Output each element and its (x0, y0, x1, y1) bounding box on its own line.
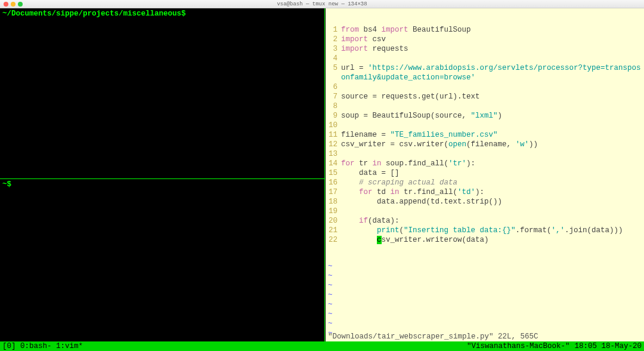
line-number: 19 (326, 207, 341, 216)
code-content[interactable] (341, 101, 644, 111)
line-number: 5 (326, 63, 341, 82)
line-number: 13 (326, 149, 341, 159)
code-line[interactable]: 11filename = "TE_families_number.csv" (326, 130, 644, 140)
line-number: 9 (326, 111, 341, 121)
code-line[interactable]: 6 (326, 82, 644, 92)
editor-code[interactable]: 1from bs4 import BeautifulSoup2import cs… (326, 25, 644, 245)
code-line[interactable]: 19 (326, 207, 644, 216)
code-line[interactable]: 17 for td in tr.find_all('td'): (326, 187, 644, 197)
code-content[interactable]: import requests (341, 44, 644, 54)
code-content[interactable]: source = requests.get(url).text (341, 92, 644, 101)
code-content[interactable]: import csv (341, 35, 644, 44)
line-number: 8 (326, 101, 341, 111)
code-content[interactable]: filename = "TE_families_number.csv" (341, 130, 644, 140)
tmux-left-pane[interactable]: ~/Documents/sippe/projects/miscellaneous… (0, 8, 325, 341)
code-content[interactable]: for tr in soup.find_all('tr'): (341, 159, 644, 168)
vim-tilde: ~ (326, 271, 644, 281)
code-content[interactable] (341, 82, 644, 92)
code-line[interactable]: 9soup = BeautifulSoup(source, "lxml") (326, 111, 644, 121)
code-line[interactable]: 1from bs4 import BeautifulSoup (326, 25, 644, 35)
tmux-hostname: "Viswanathans-MacBook-" (467, 342, 570, 350)
code-line[interactable]: 21 print("Inserting table data:{}".forma… (326, 226, 644, 235)
line-number: 16 (326, 178, 341, 187)
tmux-datetime: 18:05 18-May-20 (574, 342, 642, 350)
mac-titlebar: vsa@bash — tmux new — 134×38 (0, 0, 644, 8)
vim-tilde: ~ (326, 319, 644, 328)
code-line[interactable]: 10 (326, 121, 644, 130)
line-number: 2 (326, 35, 341, 44)
line-number: 3 (326, 44, 341, 54)
line-number: 22 (326, 235, 341, 245)
code-line[interactable]: 5url = 'https://www.arabidopsis.org/serv… (326, 63, 644, 82)
line-number: 15 (326, 168, 341, 178)
code-content[interactable]: for td in tr.find_all('td'): (341, 187, 644, 197)
code-content[interactable] (341, 149, 644, 159)
line-number: 6 (326, 82, 341, 92)
code-content[interactable]: # scraping actual data (341, 178, 644, 187)
tmux-pane-bottom[interactable]: ~$ (0, 179, 324, 190)
shell-prompt-bottom: ~$ (2, 180, 11, 189)
line-number: 21 (326, 226, 341, 235)
code-content[interactable]: from bs4 import BeautifulSoup (341, 25, 644, 35)
tmux-windows[interactable]: [0] 0:bash- 1:vim* (2, 342, 83, 350)
code-content[interactable]: csv_writer.writerow(data) (341, 235, 644, 245)
code-line[interactable]: 18 data.append(td.text.strip()) (326, 197, 644, 207)
code-content[interactable]: if(data): (341, 216, 644, 226)
code-content[interactable]: data.append(td.text.strip()) (341, 197, 644, 207)
code-content[interactable]: soup = BeautifulSoup(source, "lxml") (341, 111, 644, 121)
code-line[interactable]: 2import csv (326, 35, 644, 44)
vim-tilde: ~ (326, 261, 644, 271)
code-line[interactable]: 20 if(data): (326, 216, 644, 226)
line-number: 7 (326, 92, 341, 101)
code-line[interactable]: 15 data = [] (326, 168, 644, 178)
window-title: vsa@bash — tmux new — 134×38 (0, 1, 644, 7)
terminal-area: ~/Documents/sippe/projects/miscellaneous… (0, 8, 644, 341)
code-content[interactable] (341, 207, 644, 216)
line-number: 12 (326, 140, 341, 149)
line-number: 14 (326, 159, 341, 168)
code-line[interactable]: 14for tr in soup.find_all('tr'): (326, 159, 644, 168)
code-content[interactable] (341, 121, 644, 130)
code-line[interactable]: 13 (326, 149, 644, 159)
vim-tilde: ~ (326, 309, 644, 319)
line-number: 20 (326, 216, 341, 226)
line-number: 18 (326, 197, 341, 207)
code-line[interactable]: 16 # scraping actual data (326, 178, 644, 187)
vim-status-line: "Downloads/tair_webscraper_simple.py" 22… (326, 332, 644, 341)
line-number: 1 (326, 25, 341, 35)
tmux-right-pane[interactable]: 1from bs4 import BeautifulSoup2import cs… (326, 8, 644, 341)
code-line[interactable]: 8 (326, 101, 644, 111)
code-content[interactable]: data = [] (341, 168, 644, 178)
code-content[interactable]: print("Inserting table data:{}".format('… (341, 226, 644, 235)
vim-tilde: ~ (326, 281, 644, 290)
code-line[interactable]: 7source = requests.get(url).text (326, 92, 644, 101)
code-content[interactable] (341, 54, 644, 63)
line-number: 17 (326, 187, 341, 197)
code-line[interactable]: 12csv_writer = csv.writer(open(filename,… (326, 140, 644, 149)
line-number: 11 (326, 130, 341, 140)
line-number: 4 (326, 54, 341, 63)
vim-tilde: ~ (326, 290, 644, 300)
line-number: 10 (326, 121, 341, 130)
vim-tilde: ~ (326, 300, 644, 309)
code-line[interactable]: 3import requests (326, 44, 644, 54)
tmux-pane-top[interactable]: ~/Documents/sippe/projects/miscellaneous… (0, 8, 324, 179)
tmux-status-bar: [0] 0:bash- 1:vim* "Viswanathans-MacBook… (0, 341, 644, 351)
shell-prompt-top: ~/Documents/sippe/projects/miscellaneous… (2, 10, 186, 18)
code-line[interactable]: 22 csv_writer.writerow(data) (326, 235, 644, 245)
code-line[interactable]: 4 (326, 54, 644, 63)
code-content[interactable]: url = 'https://www.arabidopsis.org/servl… (341, 63, 644, 82)
code-content[interactable]: csv_writer = csv.writer(open(filename, '… (341, 140, 644, 149)
